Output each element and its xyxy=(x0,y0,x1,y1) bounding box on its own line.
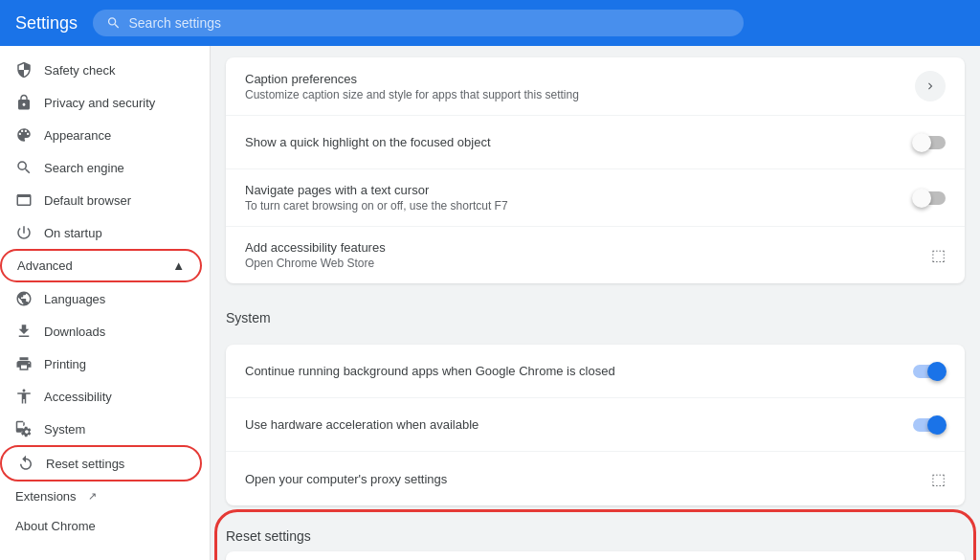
sidebar-item-default-browser[interactable]: Default browser xyxy=(0,184,202,216)
proxy-settings-text: Open your computer's proxy settings xyxy=(245,472,916,486)
proxy-settings-item[interactable]: Open your computer's proxy settings ⬚ xyxy=(226,452,965,505)
globe-icon xyxy=(15,290,33,307)
sidebar-item-printing[interactable]: Printing xyxy=(0,347,202,380)
proxy-settings-title: Open your computer's proxy settings xyxy=(245,472,916,486)
chevron-up-icon: ▲ xyxy=(172,258,185,273)
toggle-thumb xyxy=(912,189,931,208)
toggle-thumb xyxy=(927,362,947,381)
accessibility-icon xyxy=(15,388,33,405)
sidebar: Safety check Privacy and security Appear… xyxy=(0,46,211,560)
sidebar-item-downloads[interactable]: Downloads xyxy=(0,315,202,347)
sidebar-item-on-startup[interactable]: On startup xyxy=(0,216,202,249)
shield-icon xyxy=(15,61,33,78)
add-accessibility-item[interactable]: Add accessibility features Open Chrome W… xyxy=(226,227,965,283)
hardware-acceleration-title: Use hardware acceleration when available xyxy=(245,417,898,432)
power-icon xyxy=(15,224,33,241)
caption-preferences-item[interactable]: Caption preferences Customize caption si… xyxy=(226,57,965,116)
sidebar-item-about-chrome[interactable]: About Chrome xyxy=(0,511,210,541)
text-cursor-item[interactable]: Navigate pages with a text cursor To tur… xyxy=(226,169,965,227)
system-section: Continue running background apps when Go… xyxy=(226,345,965,505)
caption-preferences-desc: Customize caption size and style for app… xyxy=(245,88,900,101)
sidebar-item-search-engine[interactable]: Search engine xyxy=(0,151,202,184)
print-icon xyxy=(15,355,33,372)
text-cursor-desc: To turn caret browsing on or off, use th… xyxy=(245,199,898,213)
quick-highlight-toggle[interactable] xyxy=(913,136,946,149)
sidebar-item-privacy-security[interactable]: Privacy and security xyxy=(0,86,202,119)
quick-highlight-text: Show a quick highlight on the focused ob… xyxy=(245,135,898,149)
search-bar[interactable] xyxy=(93,10,744,36)
browser-icon xyxy=(15,191,33,209)
add-accessibility-title: Add accessibility features xyxy=(245,240,916,255)
accessibility-section: Caption preferences Customize caption si… xyxy=(226,57,965,283)
search-input[interactable] xyxy=(128,15,730,31)
sidebar-item-label: Languages xyxy=(44,292,105,306)
text-cursor-toggle[interactable] xyxy=(913,191,946,205)
background-apps-title: Continue running background apps when Go… xyxy=(245,364,898,378)
background-apps-toggle[interactable] xyxy=(913,365,946,378)
restore-defaults-item[interactable]: Restore settings to their original defau… xyxy=(226,551,965,560)
hardware-acceleration-item[interactable]: Use hardware acceleration when available xyxy=(226,398,965,452)
sidebar-advanced-header[interactable]: Advanced ▲ xyxy=(0,249,202,282)
hardware-acceleration-toggle[interactable] xyxy=(913,418,946,432)
quick-highlight-title: Show a quick highlight on the focused ob… xyxy=(245,135,898,149)
sidebar-item-label: Printing xyxy=(44,357,86,371)
extensions-label: Extensions xyxy=(15,489,77,504)
palette-icon xyxy=(15,126,33,144)
sidebar-item-label: Accessibility xyxy=(44,390,112,404)
advanced-label: Advanced xyxy=(17,258,73,273)
sidebar-item-label: Appearance xyxy=(44,128,111,143)
caption-arrow-button[interactable] xyxy=(915,71,946,101)
reset-section-wrapper: Reset settings Restore settings to their… xyxy=(226,517,965,560)
sidebar-item-label: Downloads xyxy=(44,325,105,339)
add-accessibility-desc: Open Chrome Web Store xyxy=(245,257,916,270)
system-icon xyxy=(15,420,33,437)
download-icon xyxy=(15,323,33,340)
reset-section-label: Reset settings xyxy=(226,517,965,551)
sidebar-item-label: On startup xyxy=(44,226,102,240)
reset-section: Restore settings to their original defau… xyxy=(226,551,965,560)
search-icon xyxy=(106,15,121,31)
system-section-label: System xyxy=(211,295,980,333)
sidebar-item-label: Privacy and security xyxy=(44,96,155,110)
reset-icon xyxy=(17,455,34,472)
chevron-right-icon xyxy=(924,79,937,93)
background-apps-item[interactable]: Continue running background apps when Go… xyxy=(226,345,965,398)
lock-icon xyxy=(15,94,33,111)
header: Settings xyxy=(0,0,980,46)
sidebar-item-safety-check[interactable]: Safety check xyxy=(0,54,202,86)
sidebar-item-extensions[interactable]: Extensions ↗ xyxy=(0,482,210,511)
quick-highlight-item[interactable]: Show a quick highlight on the focused ob… xyxy=(226,116,965,169)
sidebar-item-label: Safety check xyxy=(44,63,115,78)
add-accessibility-text: Add accessibility features Open Chrome W… xyxy=(245,240,916,270)
external-link-icon[interactable]: ⬚ xyxy=(931,246,946,264)
main-content: Caption preferences Customize caption si… xyxy=(211,46,980,560)
text-cursor-text: Navigate pages with a text cursor To tur… xyxy=(245,183,898,213)
sidebar-item-reset-settings[interactable]: Reset settings xyxy=(0,445,202,482)
sidebar-item-languages[interactable]: Languages xyxy=(0,282,202,315)
external-link-icon: ↗ xyxy=(88,490,97,503)
main-layout: Safety check Privacy and security Appear… xyxy=(0,46,980,560)
caption-preferences-text: Caption preferences Customize caption si… xyxy=(245,72,900,101)
external-link-icon[interactable]: ⬚ xyxy=(931,470,946,488)
sidebar-item-label: Search engine xyxy=(44,161,124,175)
search-icon xyxy=(15,159,33,176)
caption-preferences-title: Caption preferences xyxy=(245,72,900,86)
about-chrome-label: About Chrome xyxy=(15,519,96,533)
hardware-acceleration-text: Use hardware acceleration when available xyxy=(245,417,898,432)
toggle-thumb xyxy=(912,133,931,152)
sidebar-item-accessibility[interactable]: Accessibility xyxy=(0,380,202,413)
sidebar-item-appearance[interactable]: Appearance xyxy=(0,119,202,151)
toggle-thumb xyxy=(927,415,947,435)
text-cursor-title: Navigate pages with a text cursor xyxy=(245,183,898,197)
sidebar-item-label: System xyxy=(44,422,85,437)
app-title: Settings xyxy=(15,13,78,34)
sidebar-item-system[interactable]: System xyxy=(0,413,202,445)
background-apps-text: Continue running background apps when Go… xyxy=(245,364,898,378)
sidebar-item-label: Default browser xyxy=(44,193,131,208)
sidebar-item-label: Reset settings xyxy=(46,457,124,471)
